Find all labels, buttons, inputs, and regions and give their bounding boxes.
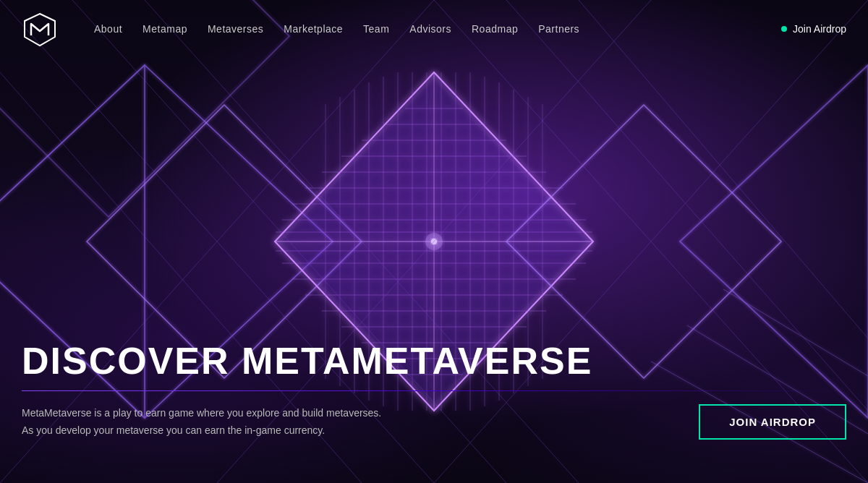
- hero-desc-line1: MetaMetaverse is a play to earn game whe…: [22, 407, 381, 419]
- nav-link-roadmap[interactable]: Roadmap: [472, 23, 518, 35]
- join-airdrop-button[interactable]: Join Airdrop: [699, 404, 846, 440]
- nav-link-metamap[interactable]: Metamap: [142, 23, 187, 35]
- hero-description: MetaMetaverse is a play to earn game whe…: [22, 405, 381, 440]
- hero-desc-line2: As you develop your metaverse you can ea…: [22, 424, 325, 436]
- join-airdrop-nav[interactable]: Join Airdrop: [781, 23, 846, 35]
- nav-item-partners[interactable]: Partners: [538, 22, 579, 35]
- nav-links: About Metamap Metaverses Marketplace Tea…: [94, 22, 781, 35]
- nav-item-about[interactable]: About: [94, 22, 122, 35]
- nav-link-advisors[interactable]: Advisors: [409, 23, 451, 35]
- nav-item-team[interactable]: Team: [363, 22, 389, 35]
- hero-section: DISCOVER METAMETAVERSE MetaMetaverse is …: [22, 341, 846, 440]
- nav-link-partners[interactable]: Partners: [538, 23, 579, 35]
- hero-divider: [22, 390, 846, 391]
- nav-item-metaverses[interactable]: Metaverses: [208, 22, 263, 35]
- nav-item-advisors[interactable]: Advisors: [409, 22, 451, 35]
- svg-marker-59: [25, 14, 55, 46]
- hero-bottom: MetaMetaverse is a play to earn game whe…: [22, 404, 846, 440]
- navbar: About Metamap Metaverses Marketplace Tea…: [0, 0, 868, 58]
- join-airdrop-nav-label: Join Airdrop: [793, 23, 846, 35]
- nav-item-roadmap[interactable]: Roadmap: [472, 22, 518, 35]
- hero-title: DISCOVER METAMETAVERSE: [22, 341, 846, 382]
- nav-link-marketplace[interactable]: Marketplace: [284, 23, 343, 35]
- airdrop-dot-icon: [781, 26, 787, 32]
- nav-item-marketplace[interactable]: Marketplace: [284, 22, 343, 35]
- logo[interactable]: [22, 11, 58, 47]
- nav-item-metamap[interactable]: Metamap: [142, 22, 187, 35]
- nav-link-about[interactable]: About: [94, 23, 122, 35]
- nav-link-metaverses[interactable]: Metaverses: [208, 23, 263, 35]
- nav-link-team[interactable]: Team: [363, 23, 389, 35]
